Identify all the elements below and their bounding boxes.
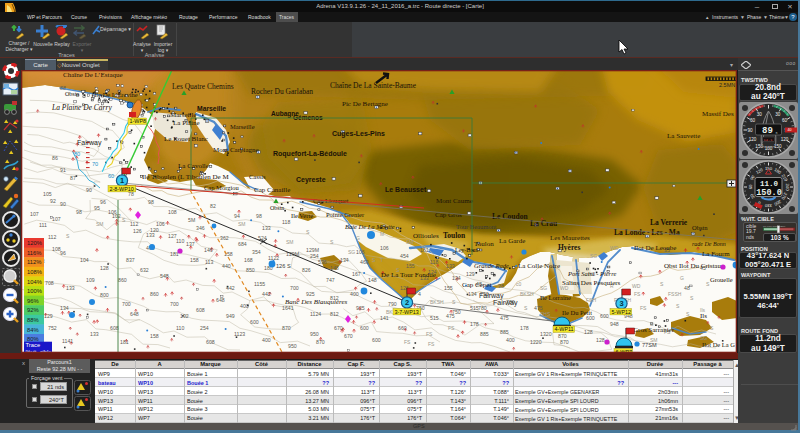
svg-text:Les Maurettes: Les Maurettes — [550, 234, 590, 242]
svg-text:92%: 92% — [27, 307, 39, 313]
svg-text:104: 104 — [80, 257, 89, 263]
svg-text:96: 96 — [100, 199, 106, 205]
svg-text:4: 4 — [418, 291, 421, 297]
svg-text:168: 168 — [244, 257, 253, 263]
svg-text:La Plaine De Carry: La Plaine De Carry — [51, 103, 112, 112]
svg-text:134: 134 — [468, 291, 477, 297]
svg-text:Grande Rade: Grande Rade — [474, 262, 509, 269]
svg-text:780: 780 — [478, 305, 487, 311]
svg-text:107: 107 — [30, 211, 39, 217]
svg-text:128: 128 — [584, 329, 593, 335]
svg-text:70: 70 — [92, 161, 98, 167]
svg-text:116%: 116% — [27, 250, 41, 256]
svg-text:5-WP12: 5-WP12 — [612, 309, 631, 315]
svg-text:112: 112 — [130, 221, 138, 227]
svg-text:Cap Cepet: Cap Cepet — [462, 281, 491, 289]
svg-text:92: 92 — [50, 198, 56, 204]
svg-text:Cap Canaille: Cap Canaille — [254, 186, 290, 194]
svg-text:SM: SM — [238, 221, 246, 227]
svg-text:128: 128 — [100, 265, 109, 271]
svg-text:600: 600 — [250, 319, 259, 325]
svg-text:107: 107 — [52, 216, 61, 222]
svg-text:120: 120 — [781, 137, 789, 142]
svg-text:96%: 96% — [27, 298, 39, 304]
svg-text:4-WP11: 4-WP11 — [555, 326, 574, 332]
svg-text:870: 870 — [282, 325, 291, 331]
svg-text:475: 475 — [446, 313, 455, 319]
svg-text:240: 240 — [785, 184, 790, 192]
svg-text:860: 860 — [118, 277, 127, 283]
svg-text:925: 925 — [306, 291, 315, 297]
svg-text:475: 475 — [534, 305, 543, 311]
svg-text:SM: SM — [286, 239, 294, 245]
svg-text:752: 752 — [48, 325, 57, 331]
svg-text:442: 442 — [262, 291, 271, 297]
svg-text:90: 90 — [747, 128, 753, 133]
svg-text:Pointe Grenier: Pointe Grenier — [326, 211, 365, 218]
svg-text:708: 708 — [45, 280, 54, 286]
svg-text:134: 134 — [452, 275, 461, 281]
svg-text:106: 106 — [356, 249, 365, 255]
svg-text:Ilot De La G: Ilot De La G — [702, 341, 735, 348]
svg-text:440: 440 — [222, 263, 231, 269]
svg-text:108%: 108% — [27, 269, 42, 275]
svg-text:La Plaine: La Plaine — [173, 119, 200, 127]
svg-text:La Colle Noire: La Colle Noire — [518, 262, 560, 270]
svg-text:158: 158 — [190, 257, 199, 263]
svg-text:SG: SG — [348, 249, 355, 255]
svg-text:La Sauvette: La Sauvette — [667, 132, 700, 140]
svg-text:Marseille: Marseille — [197, 105, 226, 112]
svg-text:515: 515 — [470, 305, 479, 311]
svg-text:FS: FS — [428, 341, 435, 347]
svg-text:Gros Sarranier: Gros Sarranier — [633, 326, 675, 334]
svg-text:rade De Bonn: rade De Bonn — [692, 241, 726, 247]
svg-text:330: 330 — [764, 203, 772, 208]
svg-text:2.5MN: 2.5MN — [719, 82, 735, 88]
svg-text:1220: 1220 — [530, 339, 542, 345]
svg-text:400: 400 — [350, 291, 359, 297]
svg-text:Obstn: Obstn — [65, 91, 79, 97]
svg-text:Ile Lorraine: Ile Lorraine — [540, 294, 571, 301]
svg-text:167: 167 — [352, 271, 361, 277]
svg-text:88%: 88% — [27, 317, 39, 323]
svg-text:254: 254 — [310, 253, 319, 259]
svg-text:800: 800 — [100, 292, 109, 298]
svg-text:30: 30 — [775, 112, 781, 117]
svg-text:3-7-WP13: 3-7-WP13 — [395, 309, 419, 315]
svg-text:747: 747 — [326, 277, 335, 283]
svg-text:98: 98 — [148, 199, 154, 205]
svg-text:De La Tour Fondue: De La Tour Fondue — [381, 271, 436, 279]
svg-text:La Garde: La Garde — [499, 237, 525, 245]
svg-text:SG: SG — [590, 253, 597, 259]
svg-text:Pic De Bertagne: Pic De Bertagne — [342, 100, 388, 108]
svg-text:FSH: FSH — [586, 297, 596, 303]
svg-text:60: 60 — [108, 173, 114, 179]
svg-text:948: 948 — [610, 321, 619, 327]
svg-text:60: 60 — [750, 118, 756, 123]
svg-text:354: 354 — [252, 249, 261, 255]
svg-text:98: 98 — [76, 209, 82, 215]
svg-text:700: 700 — [170, 301, 179, 307]
svg-text:181: 181 — [120, 339, 129, 345]
svg-text:M: M — [380, 231, 384, 237]
svg-text:133: 133 — [262, 225, 271, 231]
svg-text:Roquefort-La-Bédoule: Roquefort-La-Bédoule — [273, 150, 347, 158]
svg-text:475: 475 — [500, 315, 509, 321]
svg-text:608: 608 — [110, 325, 119, 331]
svg-text:885: 885 — [500, 329, 509, 335]
svg-text:5M: 5M — [188, 217, 195, 223]
svg-text:700: 700 — [122, 301, 131, 307]
svg-text:850: 850 — [246, 267, 255, 273]
svg-text:BKSH: BKSH — [430, 299, 444, 305]
svg-text:108: 108 — [168, 209, 177, 215]
svg-text:134: 134 — [60, 305, 69, 311]
svg-text:155: 155 — [406, 263, 415, 269]
svg-text:Port Saint - Pierre: Port Saint - Pierre — [567, 270, 616, 277]
svg-text:133: 133 — [66, 285, 75, 291]
svg-text:Ile Du Petit: Ile Du Petit — [562, 309, 592, 316]
svg-text:120: 120 — [150, 227, 159, 233]
svg-text:Cap Morgiou: Cap Morgiou — [204, 184, 239, 191]
svg-text:Salins Des Pesquiers: Salins Des Pesquiers — [562, 279, 621, 287]
svg-text:178: 178 — [520, 325, 529, 331]
svg-text:3: 3 — [619, 299, 623, 308]
